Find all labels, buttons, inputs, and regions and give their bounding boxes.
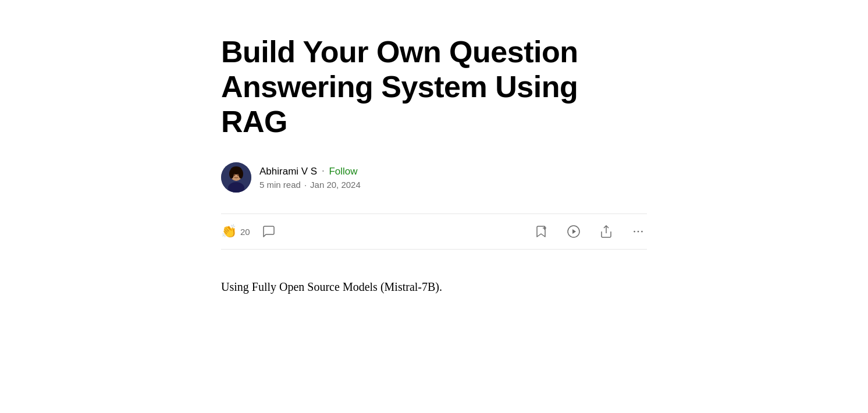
meta-dot: · [304,180,307,190]
comment-button[interactable] [262,225,276,238]
clap-icon: 👏 [221,225,237,238]
svg-point-13 [634,231,635,233]
play-icon [567,225,581,238]
svg-point-15 [641,231,643,233]
article-meta: 5 min read · Jan 20, 2024 [259,180,361,190]
article-intro: Using Fully Open Source Models (Mistral-… [221,277,647,296]
clap-section[interactable]: 👏 20 [221,225,250,238]
more-options-button[interactable] [629,223,647,240]
save-button[interactable] [532,222,550,241]
action-bar: 👏 20 [221,213,647,250]
bookmark-add-icon [534,225,548,238]
action-right [532,222,647,241]
svg-point-7 [237,175,239,176]
avatar[interactable] [221,162,251,193]
article-title: Build Your Own Question Answering System… [221,35,647,139]
author-info: Abhirami V S · Follow 5 min read · Jan 2… [259,166,361,190]
author-section: Abhirami V S · Follow 5 min read · Jan 2… [221,162,647,193]
share-icon [599,225,613,238]
svg-point-6 [234,175,235,176]
share-button[interactable] [597,222,616,241]
comment-icon [262,225,276,238]
clap-count: 20 [240,227,250,237]
svg-point-5 [239,169,243,179]
page-container: Build Your Own Question Answering System… [207,0,661,319]
follow-button[interactable]: Follow [329,166,357,177]
svg-marker-11 [572,229,576,234]
action-left: 👏 20 [221,225,276,238]
publish-date: Jan 20, 2024 [310,180,361,190]
svg-point-14 [638,231,639,233]
ellipsis-icon [632,225,645,238]
read-time: 5 min read [259,180,301,190]
dot-separator: · [322,166,324,177]
svg-point-4 [229,169,234,179]
listen-button[interactable] [564,222,583,241]
author-name-row: Abhirami V S · Follow [259,166,361,177]
author-name: Abhirami V S [259,166,317,177]
